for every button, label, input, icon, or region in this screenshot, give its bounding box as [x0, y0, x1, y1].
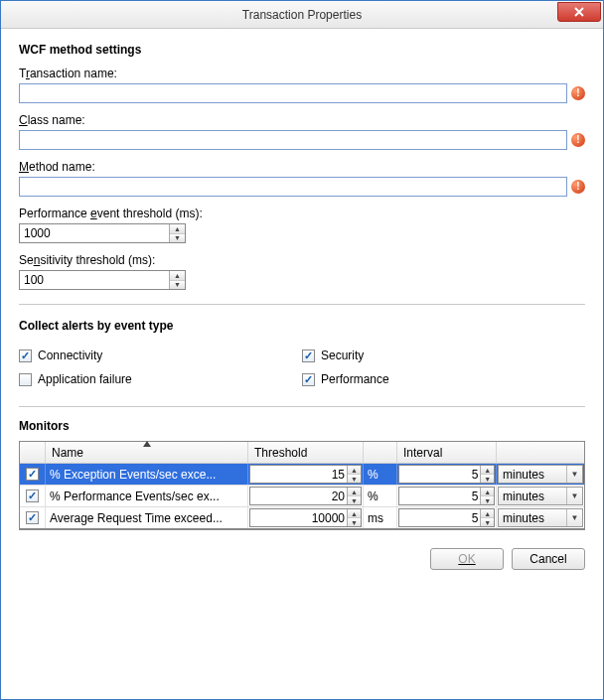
checkbox-icon[interactable] — [302, 350, 315, 362]
row-checkbox-cell[interactable] — [20, 507, 46, 528]
spinner-down-icon[interactable]: ▼ — [481, 518, 494, 526]
error-icon — [571, 133, 585, 147]
checkbox-connectivity[interactable]: Connectivity — [19, 347, 302, 364]
interval-input[interactable] — [399, 466, 480, 483]
row-interval-unit-cell[interactable]: minutes▼ — [497, 507, 584, 528]
transaction-name-input[interactable] — [19, 83, 567, 103]
row-checkbox-cell[interactable] — [20, 464, 46, 485]
threshold-input[interactable] — [250, 466, 347, 483]
perf-threshold-spinner[interactable]: ▲▼ — [19, 223, 186, 243]
perf-threshold-input[interactable] — [20, 224, 169, 242]
interval-spinner[interactable]: ▲▼ — [398, 487, 495, 505]
sens-threshold-spinner[interactable]: ▲▼ — [19, 270, 186, 290]
checkbox-label: Performance — [321, 372, 389, 386]
row-interval-unit-cell[interactable]: minutes▼ — [497, 464, 584, 485]
interval-unit-combo[interactable]: minutes▼ — [498, 465, 583, 484]
sort-ascending-icon — [143, 441, 151, 447]
spinner-up-icon[interactable]: ▲ — [348, 509, 361, 518]
sens-threshold-label: Sensitivity threshold (ms): — [19, 253, 585, 267]
header-threshold-col[interactable]: Threshold — [248, 442, 364, 463]
spinner-down-icon[interactable]: ▼ — [170, 281, 185, 290]
threshold-input[interactable] — [250, 488, 347, 504]
error-icon — [571, 180, 585, 194]
row-interval-cell[interactable]: ▲▼ — [397, 486, 497, 506]
row-interval-unit-cell[interactable]: minutes▼ — [497, 486, 584, 506]
interval-input[interactable] — [399, 509, 480, 526]
spinner-down-icon[interactable]: ▼ — [348, 475, 361, 483]
checkbox-label: Connectivity — [38, 349, 102, 362]
wcf-settings-heading: WCF method settings — [19, 43, 585, 57]
header-unit-col[interactable] — [364, 442, 397, 463]
spinner-down-icon[interactable]: ▼ — [481, 475, 494, 483]
spinner-down-icon[interactable]: ▼ — [481, 496, 494, 504]
row-unit-cell: ms — [364, 507, 397, 528]
spinner-up-icon[interactable]: ▲ — [481, 509, 494, 518]
threshold-spinner[interactable]: ▲▼ — [249, 465, 362, 484]
error-icon — [571, 86, 585, 100]
interval-input[interactable] — [399, 488, 480, 504]
table-row[interactable]: % Performance Events/sec ex...▲▼%▲▼minut… — [20, 486, 584, 507]
combo-value: minutes — [499, 490, 566, 503]
dialog-buttons: OK Cancel — [19, 548, 585, 570]
checkbox-icon[interactable] — [302, 373, 315, 386]
window-close-button[interactable] — [557, 2, 601, 22]
checkbox-label: Application failure — [38, 372, 132, 386]
checkbox-security[interactable]: Security — [302, 347, 585, 364]
monitors-heading: Monitors — [19, 419, 585, 433]
divider — [19, 406, 585, 407]
checkbox-application-failure[interactable]: Application failure — [19, 370, 302, 388]
combo-value: minutes — [499, 511, 566, 525]
checkbox-icon[interactable] — [26, 511, 39, 524]
row-unit-cell: % — [364, 464, 397, 485]
interval-unit-combo[interactable]: minutes▼ — [498, 487, 583, 505]
row-interval-cell[interactable]: ▲▼ — [397, 464, 497, 485]
spinner-down-icon[interactable]: ▼ — [170, 234, 185, 243]
interval-unit-combo[interactable]: minutes▼ — [498, 508, 583, 527]
row-threshold-cell[interactable]: ▲▼ — [248, 507, 364, 528]
alerts-grid: Connectivity Application failure Securit… — [19, 341, 585, 394]
spinner-down-icon[interactable]: ▼ — [348, 518, 361, 526]
row-name-cell: Average Request Time exceed... — [46, 507, 248, 528]
ok-button[interactable]: OK — [430, 548, 504, 570]
row-interval-cell[interactable]: ▲▼ — [397, 507, 497, 528]
header-interval-unit-col[interactable] — [497, 442, 584, 463]
checkbox-label: Security — [321, 349, 364, 362]
header-interval-col[interactable]: Interval — [397, 442, 497, 463]
combo-value: minutes — [499, 468, 566, 482]
spinner-up-icon[interactable]: ▲ — [481, 466, 494, 475]
spinner-up-icon[interactable]: ▲ — [348, 488, 361, 496]
sens-threshold-input[interactable] — [20, 271, 169, 289]
checkbox-icon[interactable] — [19, 350, 32, 362]
spinner-up-icon[interactable]: ▲ — [348, 466, 361, 475]
method-name-input[interactable] — [19, 177, 567, 197]
perf-threshold-label: Performance event threshold (ms): — [19, 207, 585, 220]
row-checkbox-cell[interactable] — [20, 486, 46, 506]
row-threshold-cell[interactable]: ▲▼ — [248, 486, 364, 506]
table-row[interactable]: Average Request Time exceed...▲▼ms▲▼minu… — [20, 507, 584, 529]
header-name-col[interactable]: Name — [46, 442, 248, 463]
threshold-input[interactable] — [250, 509, 347, 526]
table-row[interactable]: % Exception Events/sec exce...▲▼%▲▼minut… — [20, 464, 584, 486]
threshold-spinner[interactable]: ▲▼ — [249, 508, 362, 527]
chevron-down-icon[interactable]: ▼ — [566, 509, 582, 526]
checkbox-performance[interactable]: Performance — [302, 370, 585, 388]
alerts-heading: Collect alerts by event type — [19, 319, 585, 333]
spinner-up-icon[interactable]: ▲ — [481, 488, 494, 496]
spinner-down-icon[interactable]: ▼ — [348, 496, 361, 504]
header-checkbox-col[interactable] — [20, 442, 46, 463]
chevron-down-icon[interactable]: ▼ — [566, 488, 582, 504]
spinner-up-icon[interactable]: ▲ — [170, 224, 185, 234]
class-name-input[interactable] — [19, 130, 567, 150]
checkbox-icon[interactable] — [26, 490, 39, 502]
checkbox-icon[interactable] — [26, 468, 39, 481]
threshold-spinner[interactable]: ▲▼ — [249, 487, 362, 505]
row-unit-cell: % — [364, 486, 397, 506]
row-threshold-cell[interactable]: ▲▼ — [248, 464, 364, 485]
interval-spinner[interactable]: ▲▼ — [398, 465, 495, 484]
cancel-button[interactable]: Cancel — [512, 548, 585, 570]
interval-spinner[interactable]: ▲▼ — [398, 508, 495, 527]
class-name-label: Class name: — [19, 113, 585, 127]
spinner-up-icon[interactable]: ▲ — [170, 271, 185, 281]
checkbox-icon[interactable] — [19, 373, 32, 386]
chevron-down-icon[interactable]: ▼ — [566, 466, 582, 483]
